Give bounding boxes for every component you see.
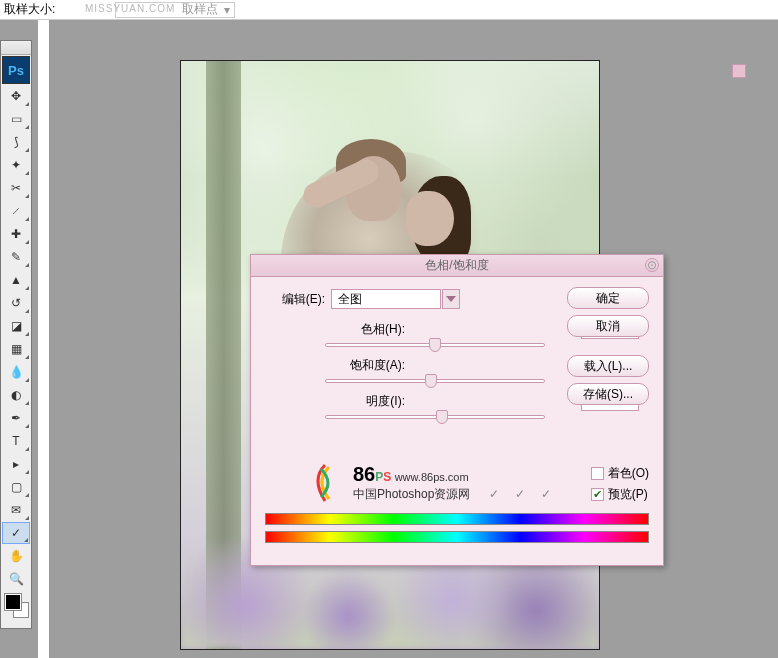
- close-icon[interactable]: ⊙: [645, 258, 659, 272]
- watermark-url-top: MISSYUAN.COM: [85, 3, 175, 14]
- hand-tool[interactable]: ✋: [2, 545, 30, 567]
- preview-label: 预览(P): [608, 486, 648, 503]
- wand-tool[interactable]: ✦: [2, 154, 30, 176]
- healing-tool[interactable]: ✚: [2, 223, 30, 245]
- hue-slider[interactable]: [325, 343, 545, 347]
- eyedropper-plus-icon[interactable]: ✓: [515, 487, 531, 503]
- eraser-tool[interactable]: ◪: [2, 315, 30, 337]
- sample-size-label: 取样大小:: [4, 1, 55, 18]
- hue-label: 色相(H):: [325, 321, 405, 338]
- blur-tool[interactable]: 💧: [2, 361, 30, 383]
- eyedropper-icon[interactable]: ✓: [489, 487, 505, 503]
- lightness-slider[interactable]: [325, 415, 545, 419]
- edit-label: 编辑(E):: [265, 291, 325, 308]
- ok-button[interactable]: 确定: [567, 287, 649, 309]
- eyedropper-minus-icon[interactable]: ✓: [541, 487, 557, 503]
- edit-select[interactable]: 全图: [331, 289, 441, 309]
- color-swatches[interactable]: [3, 594, 29, 624]
- notes-tool[interactable]: ✉: [2, 499, 30, 521]
- logo-subtitle: 中国Photoshop资源网: [353, 486, 470, 503]
- save-button[interactable]: 存储(S)...: [567, 383, 649, 405]
- type-tool[interactable]: T: [2, 430, 30, 452]
- preview-checkbox[interactable]: ✔: [591, 488, 604, 501]
- logo-url: www.86ps.com: [395, 471, 469, 483]
- logo-icon: [301, 459, 349, 507]
- move-tool[interactable]: ✥: [2, 85, 30, 107]
- dialog-titlebar[interactable]: 色相/饱和度 ⊙: [251, 255, 663, 277]
- stamp-tool[interactable]: ▲: [2, 269, 30, 291]
- slice-tool[interactable]: ⟋: [2, 200, 30, 222]
- ps-logo: Ps: [2, 56, 30, 84]
- tools-grip[interactable]: [1, 41, 31, 55]
- dodge-tool[interactable]: ◐: [2, 384, 30, 406]
- brush-tool[interactable]: ✎: [2, 246, 30, 268]
- spectrum-input[interactable]: [265, 513, 649, 525]
- right-handle[interactable]: [732, 64, 746, 78]
- eyedropper-tool[interactable]: ✓: [2, 522, 30, 544]
- hue-saturation-dialog: 色相/饱和度 ⊙ 编辑(E): 全图 色相(H): 0 饱和度(A): -4 明…: [250, 254, 664, 566]
- lightness-label: 明度(I):: [325, 393, 405, 410]
- history-brush-tool[interactable]: ↺: [2, 292, 30, 314]
- saturation-slider[interactable]: [325, 379, 545, 383]
- logo-number: 86: [353, 463, 375, 485]
- vertical-ruler: [38, 20, 50, 658]
- load-button[interactable]: 载入(L)...: [567, 355, 649, 377]
- shape-tool[interactable]: ▢: [2, 476, 30, 498]
- colorize-label: 着色(O): [608, 465, 649, 482]
- chevron-down-icon[interactable]: [442, 289, 460, 309]
- eyedropper-group: ✓ ✓ ✓: [489, 487, 557, 503]
- watermark-logo: 86PS www.86ps.com 中国Photoshop资源网: [301, 459, 470, 507]
- spectrum-bars: [265, 513, 649, 549]
- tools-panel: Ps ✥ ▭ ⟆ ✦ ✂ ⟋ ✚ ✎ ▲ ↺ ◪ ▦ 💧 ◐ ✒ T ▸ ▢ ✉…: [0, 40, 32, 629]
- marquee-tool[interactable]: ▭: [2, 108, 30, 130]
- gradient-tool[interactable]: ▦: [2, 338, 30, 360]
- colorize-checkbox[interactable]: [591, 467, 604, 480]
- pen-tool[interactable]: ✒: [2, 407, 30, 429]
- spectrum-output[interactable]: [265, 531, 649, 543]
- foreground-color[interactable]: [5, 594, 21, 610]
- lasso-tool[interactable]: ⟆: [2, 131, 30, 153]
- crop-tool[interactable]: ✂: [2, 177, 30, 199]
- dialog-title-text: 色相/饱和度: [425, 257, 488, 274]
- zoom-tool[interactable]: 🔍: [2, 568, 30, 590]
- saturation-label: 饱和度(A):: [325, 357, 405, 374]
- path-select-tool[interactable]: ▸: [2, 453, 30, 475]
- cancel-button[interactable]: 取消: [567, 315, 649, 337]
- chevron-down-icon: ▾: [224, 3, 230, 17]
